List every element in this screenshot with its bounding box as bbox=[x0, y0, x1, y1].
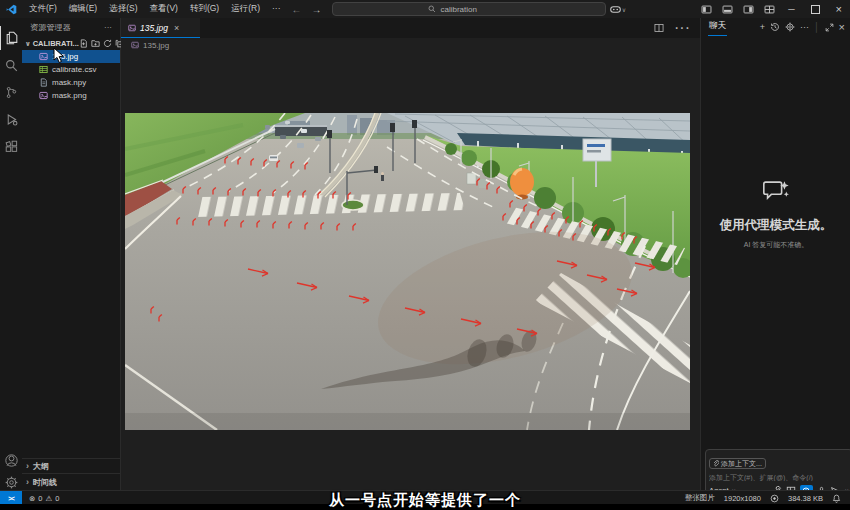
menu-selection[interactable]: 选择(S) bbox=[103, 3, 143, 15]
activity-bar bbox=[0, 18, 23, 490]
chat-header: 聊天 + ··· │ × bbox=[701, 18, 850, 36]
editor-more-icon[interactable]: ··· bbox=[674, 19, 690, 37]
file-row-calibrate-csv[interactable]: calibrate.csv bbox=[22, 63, 120, 76]
tab-135-jpg[interactable]: 135.jpg × bbox=[121, 18, 200, 38]
explorer-more-icon[interactable]: ··· bbox=[104, 23, 120, 32]
chat-empty-caption: AI 答复可能不准确。 bbox=[701, 240, 850, 250]
explorer-header: 资源管理器 ··· bbox=[22, 18, 120, 36]
tab-label: 135.jpg bbox=[140, 23, 168, 33]
chat-empty-state: 使用代理模式生成。 AI 答复可能不准确。 bbox=[701, 178, 850, 250]
toggle-sidebar-icon[interactable] bbox=[696, 4, 717, 15]
account-icon[interactable] bbox=[0, 448, 22, 472]
image-file-icon bbox=[39, 52, 48, 61]
explorer-title: 资源管理器 bbox=[22, 22, 71, 33]
chevron-down-icon: ∨ bbox=[22, 40, 33, 48]
tab-bar: 135.jpg × ··· bbox=[121, 18, 700, 38]
chat-tab[interactable]: 聊天 bbox=[708, 18, 727, 36]
breadcrumb[interactable]: 135.jpg bbox=[121, 38, 710, 52]
split-editor-icon[interactable] bbox=[654, 23, 664, 33]
maximize-button[interactable] bbox=[811, 5, 820, 14]
file-row-mask-npy[interactable]: mask.npy bbox=[22, 76, 120, 89]
search-input[interactable] bbox=[440, 5, 510, 14]
breadcrumb-item[interactable]: 135.jpg bbox=[143, 41, 169, 50]
activity-source-control-button[interactable] bbox=[0, 80, 22, 104]
activity-search-button[interactable] bbox=[0, 53, 22, 77]
explorer-sidebar: 资源管理器 ··· ∨ CALIBRATI... 135.jpg calibra… bbox=[22, 18, 121, 490]
menu-goto[interactable]: 转到(G) bbox=[184, 3, 225, 15]
attach-icon bbox=[713, 460, 719, 467]
image-file-icon bbox=[39, 91, 48, 100]
search-icon bbox=[428, 5, 436, 13]
chevron-right-icon: › bbox=[22, 461, 33, 471]
chevron-down-icon: ∨ bbox=[622, 6, 626, 13]
chevron-right-icon: › bbox=[22, 477, 33, 487]
activity-explorer-button[interactable] bbox=[0, 26, 23, 50]
toggle-panel-icon[interactable] bbox=[717, 4, 738, 15]
close-window-button[interactable]: × bbox=[828, 3, 850, 15]
vscode-logo bbox=[6, 4, 17, 15]
refresh-icon[interactable] bbox=[103, 39, 112, 48]
menu-run[interactable]: 运行(R) bbox=[225, 3, 266, 15]
toggle-secondary-sidebar-icon[interactable] bbox=[738, 4, 759, 15]
expand-icon[interactable] bbox=[825, 23, 834, 32]
image-file-icon bbox=[128, 24, 136, 32]
editor-actions: ··· bbox=[654, 18, 700, 38]
divider: │ bbox=[814, 22, 820, 32]
chat-more-icon[interactable]: ··· bbox=[800, 22, 809, 32]
chat-empty-title: 使用代理模式生成。 bbox=[701, 217, 850, 234]
add-context-label: 添加上下文... bbox=[721, 459, 762, 469]
menu-file[interactable]: 文件(F) bbox=[23, 3, 63, 15]
vscode-window: 文件(F) 编辑(E) 选择(S) 查看(V) 转到(G) 运行(R) ··· … bbox=[0, 0, 850, 510]
image-preview bbox=[125, 113, 690, 430]
outline-section[interactable]: › 大纲 bbox=[22, 458, 120, 473]
add-context-button[interactable]: 添加上下文... bbox=[709, 458, 766, 469]
file-name: calibrate.csv bbox=[52, 65, 96, 74]
chat-sparkle-icon bbox=[761, 178, 791, 205]
new-file-icon[interactable] bbox=[79, 39, 88, 48]
activity-run-debug-button[interactable] bbox=[0, 107, 22, 131]
timeline-section[interactable]: › 时间线 bbox=[22, 473, 120, 490]
video-subtitle: 从一号点开始等提供了一个 bbox=[0, 491, 850, 510]
chat-message-input[interactable] bbox=[709, 474, 841, 481]
file-name: mask.png bbox=[52, 91, 87, 100]
copilot-icon bbox=[610, 5, 621, 14]
image-file-icon bbox=[131, 41, 139, 49]
menu-view[interactable]: 查看(V) bbox=[144, 3, 184, 15]
csv-file-icon bbox=[39, 65, 48, 74]
mouse-cursor bbox=[53, 47, 65, 64]
folder-row[interactable]: ∨ CALIBRATI... bbox=[22, 37, 120, 50]
outline-label: 大纲 bbox=[33, 461, 49, 472]
activity-extensions-button[interactable] bbox=[0, 134, 22, 158]
nav-back-icon[interactable]: ← bbox=[286, 4, 306, 15]
menu-overflow-icon[interactable]: ··· bbox=[266, 3, 287, 15]
gear-icon[interactable] bbox=[785, 22, 795, 32]
data-file-icon bbox=[39, 78, 48, 87]
file-name: mask.npy bbox=[52, 78, 86, 87]
chat-actions: + ··· │ × bbox=[760, 21, 850, 33]
customize-layout-icon[interactable] bbox=[759, 4, 780, 15]
new-chat-icon[interactable]: + bbox=[760, 22, 765, 32]
menu-edit[interactable]: 编辑(E) bbox=[63, 3, 103, 15]
command-center-search[interactable] bbox=[332, 2, 606, 16]
file-row-135-jpg[interactable]: 135.jpg bbox=[22, 50, 120, 63]
title-bar: 文件(F) 编辑(E) 选择(S) 查看(V) 转到(G) 运行(R) ··· … bbox=[0, 0, 850, 18]
minimize-button[interactable]: ─ bbox=[780, 4, 802, 14]
close-tab-icon[interactable]: × bbox=[174, 23, 179, 33]
history-icon[interactable] bbox=[770, 22, 780, 32]
file-row-mask-png[interactable]: mask.png bbox=[22, 89, 120, 102]
copilot-button[interactable]: ∨ bbox=[610, 5, 626, 14]
titlebar-right: ∨ ─ × bbox=[610, 3, 850, 15]
nav-forward-icon[interactable]: → bbox=[306, 4, 326, 15]
menu-bar: 文件(F) 编辑(E) 选择(S) 查看(V) 转到(G) 运行(R) ··· bbox=[23, 3, 286, 15]
timeline-label: 时间线 bbox=[33, 477, 57, 488]
close-panel-icon[interactable]: × bbox=[839, 21, 845, 33]
chat-panel: 聊天 + ··· │ × 使用代理模式生成。 AI 答复可能不准确。 bbox=[700, 18, 850, 490]
new-folder-icon[interactable] bbox=[91, 39, 100, 48]
